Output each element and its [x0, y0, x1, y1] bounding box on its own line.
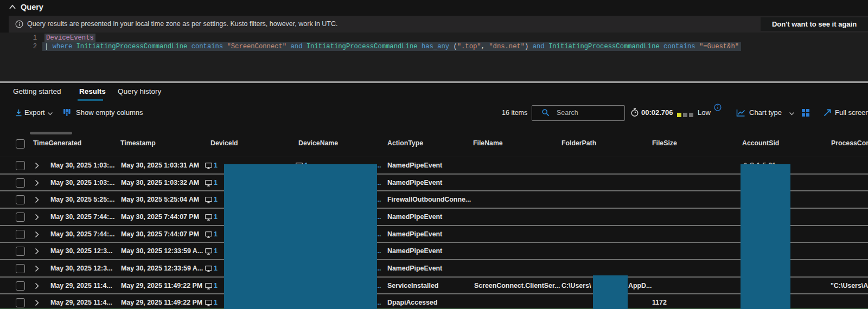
column-header-folderpath[interactable]: FolderPath	[561, 139, 596, 147]
active-tab-underline	[78, 99, 103, 101]
cell-timestamp: May 30, 2025 7:44:07 PM	[121, 230, 199, 238]
cell-process-command: "C:\Users\A	[831, 282, 868, 289]
row-checkbox[interactable]	[16, 178, 25, 188]
cell-device-id: 1	[214, 179, 218, 186]
table-row[interactable]: May 29, 2025 11:4...May 29, 2025 11:49:2…	[0, 278, 868, 295]
cell-timestamp: May 30, 2025 12:33:59 A...	[121, 265, 203, 272]
row-expand-chevron-icon[interactable]	[35, 299, 40, 306]
query-duration: 00:02.706	[641, 108, 673, 117]
chart-type-chevron-icon[interactable]	[789, 112, 795, 115]
editor-line-number: 1	[0, 34, 37, 42]
resource-usage-label: Low	[698, 108, 711, 117]
chart-type-button[interactable]: Chart type	[749, 108, 782, 117]
cell-action-type: NamedPipeEvent	[387, 213, 442, 221]
row-checkbox[interactable]	[16, 230, 25, 239]
row-expand-chevron-icon[interactable]	[35, 248, 40, 255]
column-header-filesize[interactable]: FileSize	[652, 139, 677, 147]
resource-usage-block-2	[683, 113, 687, 117]
full-screen-button[interactable]: Full screen	[835, 108, 868, 117]
cell-time-generated: May 30, 2025 1:03:...	[50, 179, 114, 186]
row-expand-chevron-icon[interactable]	[35, 265, 40, 272]
select-all-checkbox[interactable]	[16, 139, 25, 149]
query-editor[interactable]: 1DeviceEvents2| where InitiatingProcessC…	[0, 33, 868, 81]
cell-folder-path-suffix: AppD...	[628, 282, 652, 289]
row-checkbox[interactable]	[16, 161, 25, 170]
cell-device-id: 1	[214, 299, 218, 306]
column-header-timestamp[interactable]: Timestamp	[120, 139, 156, 147]
row-expand-chevron-icon[interactable]	[35, 231, 40, 238]
query-section-title: Query	[21, 3, 43, 11]
items-count: 16 items	[502, 109, 527, 117]
row-checkbox[interactable]	[16, 264, 25, 273]
cell-time-generated: May 30, 2025 7:44:...	[50, 213, 114, 221]
table-row[interactable]: May 30, 2025 12:3...May 30, 2025 12:33:5…	[0, 243, 868, 260]
cell-timestamp: May 30, 2025 7:44:07 PM	[121, 213, 199, 221]
info-icon	[15, 20, 23, 28]
cell-action-type: DpapiAccessed	[387, 299, 437, 306]
row-expand-chevron-icon[interactable]	[35, 162, 40, 169]
cell-timestamp: May 30, 2025 5:25:04 AM	[121, 196, 199, 203]
resource-usage-block-1	[677, 113, 681, 117]
table-row[interactable]: May 30, 2025 1:03:...May 30, 2025 1:03:3…	[0, 157, 868, 175]
cell-timestamp: May 29, 2025 11:49:22 PM	[121, 282, 202, 289]
full-screen-icon	[823, 108, 832, 117]
row-checkbox[interactable]	[16, 247, 25, 256]
device-icon	[205, 300, 212, 306]
cell-timestamp: May 30, 2025 12:33:59 A...	[121, 247, 203, 255]
cell-time-generated: May 30, 2025 12:3...	[50, 247, 112, 255]
column-header-processcomm[interactable]: ProcessComm	[831, 139, 868, 147]
table-row[interactable]: May 30, 2025 5:25:...May 30, 2025 5:25:0…	[0, 191, 868, 209]
show-empty-columns-toggle[interactable]: Show empty columns	[76, 108, 143, 117]
table-row[interactable]: May 29, 2025 11:4...May 29, 2025 11:49:2…	[0, 294, 868, 309]
column-header-deviceid[interactable]: DeviceId	[210, 139, 238, 147]
column-header-filename[interactable]: FileName	[473, 139, 503, 147]
cell-time-generated: May 29, 2025 11:4...	[50, 299, 112, 306]
row-checkbox[interactable]	[16, 195, 25, 204]
cell-action-type: FirewallOutboundConne...	[387, 196, 471, 203]
resource-usage-info-icon[interactable]	[714, 104, 722, 111]
duration-clock-icon	[630, 108, 639, 117]
cell-time-generated: May 29, 2025 11:4...	[50, 282, 112, 289]
table-row[interactable]: May 30, 2025 12:3...May 30, 2025 12:33:5…	[0, 260, 868, 278]
grid-view-icon[interactable]	[801, 108, 810, 117]
cell-action-type: ServiceInstalled	[387, 282, 438, 289]
cell-time-generated: May 30, 2025 12:3...	[50, 265, 112, 272]
row-expand-chevron-icon[interactable]	[35, 179, 40, 186]
horizontal-scrollbar-thumb[interactable]	[30, 132, 72, 134]
row-expand-chevron-icon[interactable]	[35, 282, 40, 289]
column-header-actiontype[interactable]: ActionType	[387, 139, 423, 147]
device-icon	[205, 248, 212, 255]
row-expand-chevron-icon[interactable]	[35, 196, 40, 203]
cell-time-generated: May 30, 2025 7:44:...	[50, 230, 114, 238]
export-chevron-icon[interactable]	[47, 112, 53, 115]
cell-action-type: NamedPipeEvent	[387, 179, 442, 186]
row-checkbox[interactable]	[16, 281, 25, 291]
cell-file-size: 1172	[652, 299, 667, 306]
tab-results[interactable]: Results	[79, 87, 106, 95]
editor-code-line-1: DeviceEvents	[42, 34, 98, 42]
collapse-query-chevron-icon[interactable]	[9, 4, 16, 10]
row-expand-chevron-icon[interactable]	[35, 214, 40, 221]
splitter-handle[interactable]	[0, 81, 868, 83]
column-header-devicename[interactable]: DeviceName	[298, 139, 338, 147]
cell-action-type: NamedPipeEvent	[387, 265, 442, 272]
info-bar-message: Query results are presented in your loca…	[27, 20, 337, 28]
device-icon	[205, 163, 212, 169]
export-button[interactable]: Export	[24, 108, 45, 117]
table-row[interactable]: May 30, 2025 1:03:...May 30, 2025 1:03:3…	[0, 175, 868, 192]
dismiss-info-button[interactable]: Don't want to see it again	[761, 17, 868, 31]
tab-query-history[interactable]: Query history	[118, 87, 161, 95]
row-checkbox[interactable]	[16, 213, 25, 222]
search-icon	[541, 108, 550, 117]
tab-getting-started[interactable]: Getting started	[13, 87, 61, 95]
column-header-timegenerated[interactable]: TimeGenerated	[33, 139, 81, 147]
device-icon	[205, 231, 212, 238]
column-header-accountsid[interactable]: AccountSid	[742, 139, 779, 147]
row-checkbox[interactable]	[16, 298, 25, 307]
table-row[interactable]: May 30, 2025 7:44:...May 30, 2025 7:44:0…	[0, 226, 868, 243]
chart-type-icon	[736, 108, 745, 117]
device-icon	[205, 283, 212, 289]
device-icon	[205, 197, 212, 203]
redaction-box	[593, 275, 628, 309]
table-row[interactable]: May 30, 2025 7:44:...May 30, 2025 7:44:0…	[0, 209, 868, 226]
